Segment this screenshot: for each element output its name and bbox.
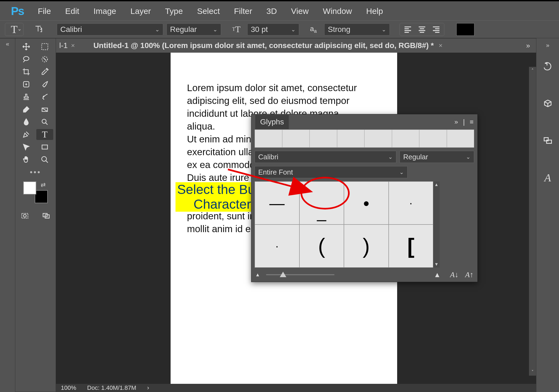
zoom-out-icon[interactable]: ▲ bbox=[255, 272, 260, 278]
brush-tool[interactable] bbox=[36, 79, 53, 90]
menu-view[interactable]: View bbox=[284, 7, 316, 16]
right-panels-column: » A bbox=[536, 38, 559, 392]
glyph-cell-bullet[interactable]: ● bbox=[344, 181, 389, 225]
glyph-cell-paren-close[interactable]: ) bbox=[344, 225, 389, 268]
glyph-cell-bracket-open[interactable]: [ bbox=[389, 225, 433, 268]
glyph-cell-underscore[interactable]: _ bbox=[299, 181, 344, 225]
document-tab-1[interactable]: l-1 × bbox=[58, 38, 79, 53]
glyphs-font-family-dropdown[interactable]: Calibri ⌄ bbox=[255, 151, 396, 163]
close-icon[interactable]: × bbox=[439, 42, 442, 49]
scroll-down-icon[interactable]: ▼ bbox=[433, 261, 440, 268]
glyphs-footer: ▲ ▲ A↓ A↑ bbox=[251, 268, 477, 282]
menu-edit[interactable]: Edit bbox=[58, 7, 87, 16]
path-select-tool[interactable] bbox=[18, 142, 35, 152]
panel-menu-icon[interactable]: ≡ bbox=[470, 118, 474, 126]
zoom-in-icon[interactable]: ▲ bbox=[434, 271, 441, 279]
slider-thumb[interactable] bbox=[280, 272, 286, 277]
healing-tool[interactable] bbox=[18, 79, 35, 90]
move-tool[interactable] bbox=[18, 41, 35, 52]
scroll-up-icon[interactable]: ▲ bbox=[433, 181, 440, 188]
history-panel-icon[interactable] bbox=[540, 59, 555, 74]
glyph-cell-paren-open[interactable]: ( bbox=[299, 225, 344, 268]
swap-colors-icon[interactable]: ⇄ bbox=[41, 181, 46, 188]
menu-help[interactable]: Help bbox=[359, 7, 390, 16]
close-icon[interactable]: × bbox=[71, 42, 75, 49]
align-right-button[interactable] bbox=[430, 24, 443, 35]
menu-select[interactable]: Select bbox=[190, 7, 227, 16]
menu-3d[interactable]: 3D bbox=[259, 7, 284, 16]
3d-panel-icon[interactable] bbox=[540, 96, 555, 111]
crop-tool[interactable] bbox=[18, 66, 35, 77]
screen-mode-button[interactable] bbox=[38, 210, 55, 221]
doc-info: Doc: 1.40M/1.87M bbox=[87, 384, 136, 391]
collapse-panel-icon[interactable]: » bbox=[454, 118, 458, 126]
gradient-tool[interactable] bbox=[36, 104, 53, 115]
stamp-tool[interactable] bbox=[18, 91, 35, 102]
quick-select-tool[interactable] bbox=[36, 54, 53, 65]
recent-glyph-slot[interactable] bbox=[419, 130, 447, 148]
font-family-dropdown[interactable]: Calibri ⌄ bbox=[57, 23, 163, 35]
text-orientation-icon[interactable] bbox=[31, 23, 47, 36]
font-size-dropdown[interactable]: 30 pt ⌄ bbox=[247, 23, 299, 35]
canvas-viewport[interactable]: Lorem ipsum dolor sit amet, consectetur … bbox=[56, 53, 536, 384]
align-left-button[interactable] bbox=[401, 24, 414, 35]
svg-rect-6 bbox=[42, 145, 47, 149]
zoom-tool[interactable] bbox=[36, 154, 53, 165]
character-panel-icon[interactable]: A bbox=[540, 170, 555, 185]
recent-glyph-slot[interactable] bbox=[447, 130, 474, 148]
dodge-tool[interactable] bbox=[36, 116, 53, 127]
more-tools-icon[interactable]: ••• bbox=[30, 168, 41, 176]
menu-filter[interactable]: Filter bbox=[227, 7, 259, 16]
eraser-tool[interactable] bbox=[18, 104, 35, 115]
tab-overflow-button[interactable]: » bbox=[522, 41, 534, 50]
align-center-button[interactable] bbox=[415, 24, 429, 35]
menu-layer[interactable]: Layer bbox=[123, 7, 158, 16]
recent-glyph-slot[interactable] bbox=[337, 130, 365, 148]
fg-color-swatch[interactable] bbox=[23, 181, 36, 194]
antialias-dropdown[interactable]: Strong ⌄ bbox=[324, 23, 390, 35]
glyph-zoom-slider[interactable] bbox=[266, 274, 334, 275]
chevron-down-icon: ⌄ bbox=[466, 154, 471, 160]
eyedropper-tool[interactable] bbox=[36, 66, 53, 77]
recent-glyph-slot[interactable] bbox=[282, 130, 310, 148]
status-menu-icon[interactable]: › bbox=[147, 384, 149, 391]
blur-tool[interactable] bbox=[18, 116, 35, 127]
fg-bg-colors[interactable]: ⇄ bbox=[23, 181, 48, 203]
shape-tool[interactable] bbox=[36, 142, 53, 152]
expand-panels-icon[interactable]: » bbox=[546, 41, 549, 52]
document-tab-2[interactable]: Untitled-1 @ 100% (Lorem ipsum dolor sit… bbox=[90, 38, 446, 53]
text-line: Lorem ipsum dolor sit amet, consectetur bbox=[187, 81, 397, 94]
menu-type[interactable]: Type bbox=[158, 7, 190, 16]
menu-window[interactable]: Window bbox=[316, 7, 359, 16]
recent-glyph-slot[interactable] bbox=[255, 130, 282, 148]
chevron-down-icon: ⌄ bbox=[388, 154, 393, 160]
glyphs-font-style-dropdown[interactable]: Regular ⌄ bbox=[400, 151, 474, 163]
quick-mask-button[interactable] bbox=[16, 210, 33, 221]
lasso-tool[interactable] bbox=[18, 54, 35, 65]
text-color-swatch[interactable] bbox=[456, 23, 474, 36]
canvas-vertical-scrollbar[interactable]: ˄ ˅ bbox=[529, 67, 536, 376]
history-brush-tool[interactable] bbox=[36, 91, 53, 102]
recent-glyph-slot[interactable] bbox=[364, 130, 392, 148]
bg-color-swatch[interactable] bbox=[35, 190, 48, 203]
zoom-level[interactable]: 100% bbox=[61, 384, 76, 391]
type-tool[interactable]: T bbox=[36, 129, 53, 140]
increase-font-icon[interactable]: A↑ bbox=[465, 270, 474, 279]
tool-preset-type[interactable]: T ⌄ bbox=[5, 23, 23, 36]
glyph-cell-em-dash[interactable]: — bbox=[255, 181, 299, 225]
glyphs-subset-dropdown[interactable]: Entire Font ⌄ bbox=[255, 166, 408, 178]
decrease-font-icon[interactable]: A↓ bbox=[450, 270, 459, 279]
glyph-cell-middot[interactable]: · bbox=[389, 181, 433, 225]
marquee-tool[interactable] bbox=[36, 41, 53, 52]
recent-glyph-slot[interactable] bbox=[310, 130, 337, 148]
recent-glyph-slot[interactable] bbox=[392, 130, 420, 148]
pen-tool[interactable] bbox=[18, 129, 35, 140]
menu-image[interactable]: Image bbox=[86, 7, 123, 16]
menu-file[interactable]: File bbox=[31, 7, 58, 16]
svg-point-9 bbox=[23, 214, 26, 217]
glyphs-panel-tab[interactable]: Glyphs bbox=[255, 115, 289, 129]
glyph-cell-period[interactable]: · bbox=[255, 225, 299, 268]
hand-tool[interactable] bbox=[18, 154, 35, 165]
libraries-panel-icon[interactable] bbox=[540, 133, 555, 148]
font-style-dropdown[interactable]: Regular ⌄ bbox=[166, 23, 221, 35]
